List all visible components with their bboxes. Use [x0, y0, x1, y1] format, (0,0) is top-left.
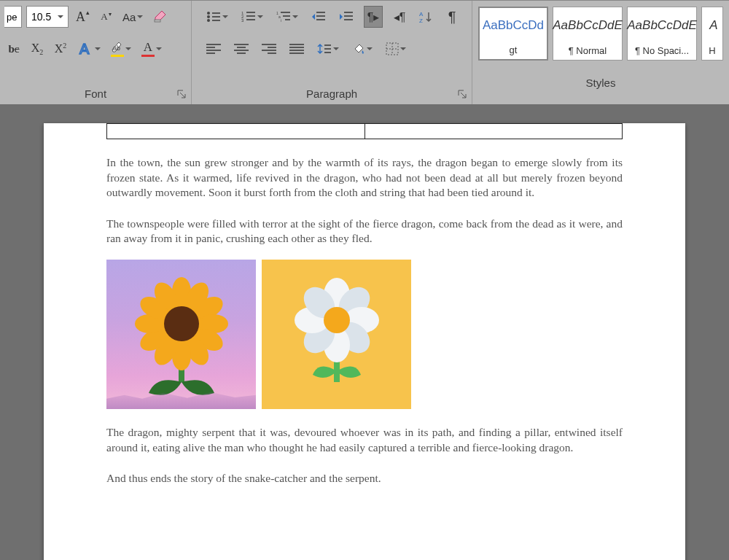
paragraph[interactable]: In the town, the sun grew stronger and b… — [106, 155, 623, 201]
svg-rect-27 — [344, 12, 353, 13]
svg-rect-41 — [262, 44, 276, 45]
svg-rect-23 — [316, 12, 325, 13]
style-preview: A — [702, 7, 722, 43]
svg-rect-8 — [212, 16, 220, 18]
style-card-no-spacing[interactable]: AaBbCcDdE ¶ No Spaci... — [627, 7, 697, 61]
svg-rect-51 — [324, 52, 331, 53]
svg-rect-24 — [316, 15, 325, 17]
font-dialog-launcher-icon[interactable] — [177, 90, 186, 98]
change-case-button[interactable]: Aa — [120, 6, 146, 28]
subscript-icon: X2 — [31, 42, 44, 56]
story-body[interactable]: In the town, the sun grew stronger and b… — [106, 155, 623, 486]
text-effects-icon: A — [77, 41, 93, 57]
style-name: gt — [480, 42, 547, 59]
svg-rect-48 — [289, 52, 304, 54]
paragraph[interactable]: And thus ends the story of the snake-cat… — [106, 471, 623, 486]
line-spacing-button[interactable] — [314, 38, 342, 60]
paragraph-dialog-launcher-icon[interactable] — [458, 90, 467, 98]
multilevel-list-button[interactable]: 1 a i — [273, 6, 301, 28]
svg-point-9 — [207, 19, 210, 22]
align-right-icon — [262, 43, 276, 55]
table-cell[interactable] — [365, 123, 623, 139]
svg-rect-45 — [289, 44, 304, 45]
decrease-indent-button[interactable] — [308, 6, 329, 28]
svg-rect-25 — [316, 19, 325, 20]
borders-button[interactable] — [383, 38, 409, 60]
ribbon: pe 10.5 A ▴ A ▾ Aa — [0, 0, 729, 104]
svg-rect-47 — [289, 50, 304, 51]
svg-rect-29 — [344, 19, 353, 20]
decrease-font-size-button[interactable]: A ▾ — [96, 6, 115, 28]
image-white-flower[interactable] — [262, 260, 411, 409]
document-area[interactable]: In the town, the sun grew stronger and b… — [0, 104, 729, 560]
table-row-partial[interactable] — [106, 123, 623, 139]
bullets-button[interactable] — [203, 6, 231, 28]
increase-indent-button[interactable] — [336, 6, 356, 28]
pilcrow-icon: ¶ — [448, 9, 456, 26]
change-case-label: Aa — [122, 11, 136, 23]
align-left-button[interactable] — [203, 38, 224, 60]
clear-formatting-button[interactable] — [150, 6, 172, 28]
style-card-gt[interactable]: AaBbCcDd gt — [478, 7, 548, 61]
font-color-a-icon: A — [144, 41, 152, 53]
justify-icon — [289, 43, 304, 55]
increase-font-size-button[interactable]: A ▴ — [73, 6, 92, 28]
superscript-button[interactable]: X2 — [51, 38, 70, 60]
font-name-combo[interactable]: pe — [4, 6, 22, 28]
table-cell[interactable] — [106, 123, 365, 139]
svg-rect-50 — [324, 48, 331, 50]
subscript-button[interactable]: X2 — [28, 38, 47, 60]
bold-trailing-button[interactable]: bc — [4, 38, 23, 60]
sort-button[interactable]: A Z — [416, 6, 435, 28]
svg-marker-30 — [340, 14, 343, 20]
line-spacing-icon — [317, 42, 332, 55]
image-sunflower[interactable] — [106, 260, 256, 409]
align-center-button[interactable] — [231, 38, 252, 60]
font-name-visible: pe — [7, 12, 17, 23]
show-paragraph-marks-button[interactable]: ¶ — [443, 6, 461, 28]
sort-icon: A Z — [419, 10, 432, 23]
svg-text:A: A — [419, 11, 424, 18]
justify-button[interactable] — [286, 38, 307, 60]
group-paragraph: 1 2 3 1 a i — [192, 1, 472, 104]
decrease-indent-icon — [311, 10, 326, 23]
text-effects-button[interactable]: A — [74, 38, 104, 60]
font-color-button[interactable]: A — [139, 38, 165, 60]
caret-down-icon: ▾ — [109, 11, 112, 18]
svg-text:3: 3 — [241, 18, 244, 23]
font-size-combo[interactable]: 10.5 — [26, 6, 69, 28]
rtl-direction-button[interactable]: ◂¶ — [390, 6, 409, 28]
svg-rect-38 — [237, 47, 246, 48]
style-card-heading1-partial[interactable]: A H — [701, 7, 723, 61]
style-name: ¶ No Spaci... — [628, 43, 696, 60]
style-card-normal[interactable]: AaBbCcDdE ¶ Normal — [553, 7, 623, 61]
pilcrow-rtl-icon: ◂¶ — [394, 10, 406, 24]
svg-text:ab: ab — [113, 44, 120, 52]
ltr-direction-button[interactable]: ¶▸ — [364, 6, 383, 28]
svg-rect-46 — [289, 47, 304, 48]
svg-text:Z: Z — [419, 18, 423, 23]
align-center-icon — [234, 43, 249, 55]
svg-rect-36 — [206, 52, 215, 54]
align-right-button[interactable] — [259, 38, 279, 60]
page[interactable]: In the town, the sun grew stronger and b… — [44, 123, 685, 560]
svg-point-69 — [164, 306, 199, 341]
svg-rect-35 — [206, 50, 221, 51]
group-label-styles: Styles — [472, 63, 729, 93]
sunflower-icon — [127, 273, 236, 397]
shading-button[interactable] — [349, 38, 375, 60]
paragraph[interactable]: The townspeople were filled with terror … — [106, 217, 623, 246]
svg-rect-14 — [246, 15, 255, 17]
bold-b-icon: b — [8, 43, 14, 55]
highlight-color-button[interactable]: ab — [108, 38, 134, 60]
svg-rect-40 — [237, 52, 246, 54]
svg-text:A: A — [79, 41, 90, 57]
svg-point-5 — [207, 12, 210, 15]
numbering-button[interactable]: 1 2 3 — [238, 6, 266, 28]
svg-rect-37 — [234, 44, 249, 45]
borders-icon — [386, 42, 399, 55]
style-name: H — [702, 43, 722, 60]
font-size-value: 10.5 — [31, 11, 51, 23]
increase-font-a: A — [76, 9, 85, 25]
paragraph[interactable]: The dragon, mighty serpent that it was, … — [106, 425, 623, 455]
